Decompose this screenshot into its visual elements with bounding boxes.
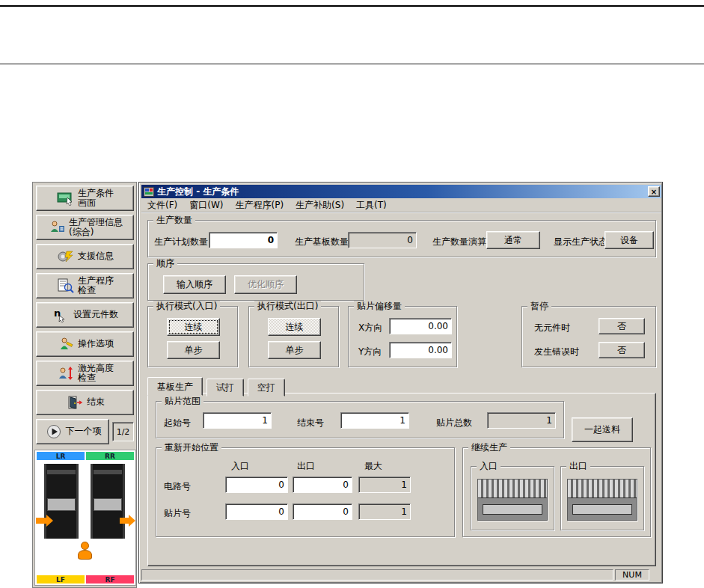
production-screen-icon <box>56 191 76 206</box>
operation-options-icon <box>56 337 76 352</box>
tab-board-production[interactable]: 基板生产 <box>147 377 203 396</box>
group-restart-position: 重新开始位置 入口 出口 最大 电路号 0 0 1 贴片号 0 0 1 <box>156 447 455 537</box>
board-qty-label: 生产基板数量 <box>295 236 349 248</box>
sidebar-item-label: 生产条件 画面 <box>78 189 114 208</box>
group-exec-mode-exit: 执行模式(出口) 连续 单步 <box>248 306 339 367</box>
circuit-number-label: 电路号 <box>164 480 191 493</box>
group-exec-mode-entry: 执行模式(入口) 连续 单步 <box>147 306 238 367</box>
group-title: 贴片范围 <box>162 396 203 406</box>
placement-max-field: 1 <box>358 503 411 520</box>
sidebar-item-operation-options[interactable]: 操作选项 <box>36 331 134 357</box>
status-bar: NUM <box>141 568 661 581</box>
page: 生产条件 画面 生产管理信息 (综合) 支援信息 生产程序 检查 n 设置元件数 <box>0 0 704 588</box>
menu-program[interactable]: 生产程序(P) <box>230 197 290 213</box>
qty-calc-button[interactable]: 通常 <box>486 231 540 249</box>
entry-step-button[interactable]: 单步 <box>167 341 220 359</box>
offset-y-input[interactable]: 0.00 <box>389 342 452 358</box>
group-title: 执行模式(出口) <box>254 301 321 311</box>
pause-error-button[interactable]: 否 <box>599 342 645 358</box>
entry-continuous-button[interactable]: 连续 <box>167 318 220 336</box>
sidebar-item-exit[interactable]: 结束 <box>36 390 134 415</box>
input-sequence-button[interactable]: 输入顺序 <box>163 275 226 294</box>
restart-col-entry: 入口 <box>231 460 249 473</box>
production-control-window: 生产控制 - 生产条件 × 文件(F) 窗口(W) 生产程序(P) 生产补助(S… <box>138 182 663 584</box>
range-end-label: 结束号 <box>297 417 324 429</box>
pause-no-part-button[interactable]: 否 <box>599 318 645 334</box>
planned-qty-label: 生产计划数量 <box>154 236 208 248</box>
next-item-button[interactable]: 下一个项 <box>36 419 109 444</box>
menu-assist[interactable]: 生产补助(S) <box>290 197 350 213</box>
menu-window[interactable]: 窗口(W) <box>183 197 229 213</box>
circuit-max-field: 1 <box>358 477 411 493</box>
num-lock-indicator: NUM <box>615 569 649 581</box>
sidebar-item-label: 设置元件数 <box>73 310 118 319</box>
sidebar-item-component-count[interactable]: n 设置元件数 <box>36 302 134 328</box>
sidebar-item-program-check[interactable]: 生产程序 检查 <box>36 273 134 298</box>
range-total-field: 1 <box>487 412 556 429</box>
conveyor-icon <box>568 498 637 520</box>
exit-continuous-button[interactable]: 连续 <box>268 318 321 336</box>
planned-qty-input[interactable]: 0 <box>209 232 278 248</box>
feeder-slots-icon <box>568 480 637 498</box>
group-title: 生产数量 <box>153 215 195 225</box>
circuit-entry-input[interactable]: 0 <box>225 477 288 493</box>
group-title: 贴片偏移量 <box>354 301 405 311</box>
window-title: 生产控制 - 生产条件 <box>157 186 239 198</box>
menu-tools[interactable]: 工具(T) <box>350 197 393 213</box>
feed-all-button[interactable]: 一起送料 <box>572 417 633 442</box>
tab-dry-run[interactable]: 空打 <box>248 379 285 396</box>
sidebar-item-laser-height-check[interactable]: 激光高度 检查 <box>36 361 134 386</box>
resize-grip <box>651 569 661 581</box>
sidebar-item-label: 生产管理信息 (综合) <box>69 218 123 237</box>
top-rule <box>0 5 704 7</box>
group-placement-offset: 贴片偏移量 X方向 0.00 Y方向 0.00 <box>348 306 457 367</box>
restart-col-max: 最大 <box>364 460 382 473</box>
sidebar-item-support-info[interactable]: 支援信息 <box>36 244 134 269</box>
restart-col-exit: 出口 <box>297 460 315 473</box>
machine-module-left <box>44 464 79 539</box>
entry-machine-image <box>477 479 548 521</box>
sidebar-item-label: 操作选项 <box>78 339 114 349</box>
placement-exit-input[interactable]: 0 <box>293 503 352 520</box>
sidebar-item-management-info[interactable]: 生产管理信息 (综合) <box>36 215 134 240</box>
group-title: 暂停 <box>527 301 551 311</box>
tab-trial-run[interactable]: 试打 <box>206 379 244 396</box>
offset-x-input[interactable]: 0.00 <box>389 318 452 334</box>
exit-machine-image <box>567 479 637 521</box>
sidebar-item-production-screen[interactable]: 生产条件 画面 <box>36 186 134 211</box>
offset-y-label: Y方向 <box>358 346 382 358</box>
resume-exit-box: 出口 <box>560 466 644 530</box>
machine-diagram: LR RR LF RF <box>34 450 136 586</box>
board-qty-field: 0 <box>348 232 417 248</box>
range-start-input[interactable]: 1 <box>203 412 272 429</box>
group-production-quantity: 生产数量 生产计划数量 0 生产基板数量 0 生产数量演算 通常 显示生产状态 … <box>147 220 656 257</box>
operator-icon <box>81 542 89 550</box>
menu-file[interactable]: 文件(F) <box>141 197 183 213</box>
tab-strip: 基板生产 试打 空打 <box>147 378 286 393</box>
exit-icon <box>65 395 85 410</box>
operator-body-icon <box>78 550 92 560</box>
lane-label-lf: LF <box>37 575 85 584</box>
close-button[interactable]: × <box>648 186 660 197</box>
play-icon <box>44 424 64 439</box>
next-item-label: 下一个项 <box>66 426 102 436</box>
flow-arrow-right-icon <box>120 518 129 524</box>
offset-x-label: X方向 <box>358 322 382 334</box>
sidebar-item-label: 支援信息 <box>78 251 114 261</box>
qty-calc-label: 生产数量演算 <box>432 236 486 248</box>
group-placement-range: 贴片范围 起始号 1 结束号 1 贴片总数 1 <box>156 401 564 438</box>
management-info-icon <box>47 220 67 235</box>
sidebar-item-label: 结束 <box>87 397 105 407</box>
group-sequence: 顺序 输入顺序 优化顺序 <box>147 263 364 301</box>
show-status-button[interactable]: 设备 <box>604 231 654 249</box>
status-message-area <box>141 569 613 581</box>
circuit-exit-input[interactable]: 0 <box>293 477 352 493</box>
pause-error-label: 发生错误时 <box>534 346 579 358</box>
exit-step-button[interactable]: 单步 <box>268 341 321 359</box>
show-status-label: 显示生产状态 <box>554 236 607 248</box>
placement-entry-input[interactable]: 0 <box>225 503 288 520</box>
lane-label-rr: RR <box>86 452 134 460</box>
range-end-input[interactable]: 1 <box>340 412 409 429</box>
sidebar: 生产条件 画面 生产管理信息 (综合) 支援信息 生产程序 检查 n 设置元件数 <box>32 182 137 588</box>
placement-number-label: 贴片号 <box>164 507 191 520</box>
